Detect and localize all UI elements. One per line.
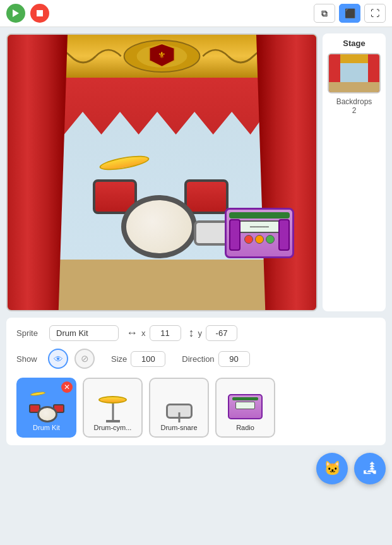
stop-button[interactable] [30,4,49,23]
radio-card-img [228,394,263,422]
backdrop: ⚜ [8,35,316,310]
sprite-card-label-2: Drum-snare [160,424,197,431]
radio-btn-2 [255,235,264,244]
size-input[interactable] [131,351,165,367]
x-label: x [141,328,146,338]
stage-thumbnail[interactable] [328,53,381,93]
stage-sidebar: Stage Backdrops 2 [323,33,386,311]
y-arrows-icon: ↕ [189,326,194,340]
direction-input[interactable] [218,351,250,367]
show-hidden-btn[interactable]: ⊘ [74,349,95,369]
cymbal-card-img [95,391,130,422]
fullscreen-btn[interactable]: ⛶ [364,4,386,23]
sprite-card-radio[interactable]: Radio [215,378,275,438]
radio-buttons [244,235,275,244]
radio-display: ━━━━━━ [235,220,284,233]
big-cymbal [98,396,127,404]
drum-kit-sprite [90,157,229,258]
show-visible-btn[interactable]: 👁 [48,349,68,369]
sprite-card-label-0: Drum Kit [33,424,60,431]
drum-kit-card-img [28,391,66,422]
curtain-right [256,35,316,310]
cat-icon: 🐱 [324,460,341,477]
sprite-card-drum-cym[interactable]: Drum-cym... [83,378,143,438]
bottom-panel: Sprite ↔ x ↕ y Show 👁 ⊘ Size Direction ✕ [6,318,386,445]
add-backdrop-button[interactable]: 🏞 [354,453,386,484]
fab-area: 🐱 🏞 [6,453,386,484]
size-label: Size [111,354,127,364]
x-coord-input[interactable] [150,325,181,341]
sprite-label: Sprite [16,328,42,338]
radio-btn-3 [266,235,275,244]
add-sprite-button[interactable]: 🐱 [316,453,348,484]
stage-icon: 🏞 [363,460,377,477]
cymbal-base [106,420,120,422]
show-label: Show [16,354,42,364]
stage-canvas: ⚜ [6,33,318,311]
sprite-list: ✕ Drum Kit Drum-cym... Drum [16,378,376,438]
stop-icon [36,9,44,17]
snare-stand [178,412,180,422]
size-group: Size [111,351,165,367]
thumb-floor [329,82,379,92]
backdrops-label: Backdrops [336,97,372,106]
direction-group: Direction [182,351,249,367]
x-arrows-icon: ↔ [126,326,138,340]
mini-cymbal [30,391,45,396]
show-row: Show 👁 ⊘ Size Direction [16,349,376,369]
curtain-left [8,35,68,310]
direction-label: Direction [182,354,214,364]
mini-radio [228,394,263,419]
radio-top-bar [229,212,290,219]
svg-marker-0 [13,9,19,17]
radio-sprite: ━━━━━━ [225,208,294,258]
radio-btn-1 [244,235,253,244]
green-flag-button[interactable] [6,4,25,23]
radio-left-speaker [229,219,241,251]
top-bar: ⧉ ⬛ ⛶ [0,0,392,27]
sprite-card-drum-kit[interactable]: ✕ Drum Kit [16,378,76,438]
drum-small-right [184,179,229,214]
drum-base [121,195,197,258]
svg-rect-1 [37,10,43,16]
layout-btn-2[interactable]: ⬛ [339,4,360,23]
view-controls: ⧉ ⬛ ⛶ [314,4,386,23]
mini-radio-display [235,402,256,409]
stage-sidebar-title: Stage [343,39,365,48]
y-coord-input[interactable] [206,325,237,341]
svg-text:⚜: ⚜ [158,49,166,59]
y-label: y [198,328,203,338]
y-coord-group: ↕ y [189,325,238,341]
sprite-name-input[interactable] [49,325,119,341]
stage-area: ⚜ [0,27,392,318]
x-coord-group: ↔ x [126,325,181,341]
sprite-card-label-3: Radio [236,424,254,431]
sprite-card-drum-snare[interactable]: Drum-snare [149,378,209,438]
backdrops-count: 2 [352,106,357,115]
mini-drum-base [37,406,57,422]
top-bar-controls [6,4,49,23]
radio-right-speaker [278,219,290,251]
snare-card-img [162,391,196,422]
sprite-card-label-1: Drum-cym... [94,424,132,431]
flag-icon [11,8,21,18]
sprite-info-row: Sprite ↔ x ↕ y [16,325,376,341]
layout-btn-1[interactable]: ⧉ [314,4,335,23]
mini-radio-top [232,397,258,400]
